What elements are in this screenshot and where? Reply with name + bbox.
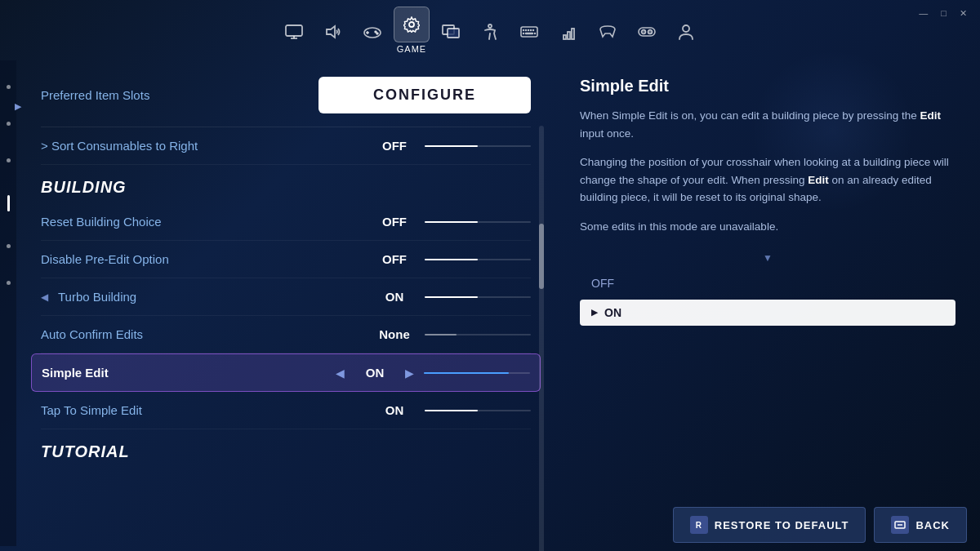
keyboard-icon[interactable] xyxy=(511,14,547,50)
svg-rect-24 xyxy=(572,29,574,39)
reset-building-slider xyxy=(425,221,531,223)
settings-panel: Preferred Item Slots CONFIGURE > Sort Co… xyxy=(16,60,555,546)
accessibility-icon[interactable] xyxy=(472,14,508,50)
bottom-bar: R RESTORE TO DEFAULT BACK xyxy=(547,499,980,551)
info-text-2: Changing the position of your crosshair … xyxy=(580,153,956,207)
info-panel: Simple Edit When Simple Edit is on, you … xyxy=(555,60,980,546)
svg-rect-25 xyxy=(560,38,562,39)
main-layout: ▶ Preferred Item Slots CONFIGURE > Sort … xyxy=(0,60,980,546)
reset-building-value: OFF xyxy=(374,215,415,229)
simple-edit-dropdown: ▼ OFF ON xyxy=(580,252,956,326)
back-icon xyxy=(891,516,909,534)
nav-item-accessibility[interactable] xyxy=(472,14,508,50)
audio-icon[interactable] xyxy=(315,14,351,50)
info-text-1: When Simple Edit is on, you can edit a b… xyxy=(580,107,956,142)
simple-edit-prev-arrow[interactable]: ◀ xyxy=(336,367,345,380)
svg-rect-13 xyxy=(521,27,537,37)
svg-rect-23 xyxy=(568,32,570,39)
nav-item-audio[interactable] xyxy=(315,14,351,50)
reset-building-value-container: OFF xyxy=(368,215,531,229)
nav-item-keyboard[interactable] xyxy=(511,14,547,50)
nav-item-account[interactable] xyxy=(668,14,704,50)
display-icon[interactable] xyxy=(433,14,469,50)
nav-item-display[interactable] xyxy=(433,14,469,50)
auto-confirm-value: None xyxy=(374,327,415,341)
scroll-thumb xyxy=(539,224,544,289)
turbo-building-label: Turbo Building xyxy=(58,290,136,304)
svg-point-7 xyxy=(375,31,376,33)
sort-consumables-value-container: OFF xyxy=(368,139,531,153)
turbo-building-slider xyxy=(425,296,531,298)
simple-edit-value-container: ◀ ON ▶ xyxy=(336,366,530,380)
back-button[interactable]: BACK xyxy=(874,507,967,543)
turbo-building-value-container: ON xyxy=(368,290,531,304)
sort-consumables-slider xyxy=(425,145,531,147)
auto-confirm-row[interactable]: Auto Confirm Edits None xyxy=(41,316,531,353)
info-title: Simple Edit xyxy=(580,77,956,96)
account-icon[interactable] xyxy=(668,14,704,50)
simple-edit-slider xyxy=(424,372,530,374)
turbo-building-row[interactable]: ◀ Turbo Building ON xyxy=(41,278,531,316)
auto-confirm-value-container: None xyxy=(368,327,531,341)
nav-item-gamepad[interactable] xyxy=(590,14,626,50)
sort-consumables-label: > Sort Consumables to Right xyxy=(41,139,198,153)
tap-to-simple-value-container: ON xyxy=(368,403,531,417)
svg-point-27 xyxy=(642,30,646,34)
svg-marker-3 xyxy=(327,26,335,38)
sidebar-dot-5 xyxy=(7,244,11,248)
nav-item-controller2[interactable] xyxy=(629,14,665,50)
svg-rect-11 xyxy=(448,29,459,38)
sort-consumables-value: OFF xyxy=(374,139,415,153)
nav-item-game[interactable]: GAME xyxy=(394,7,430,57)
scroll-track[interactable] xyxy=(539,126,544,551)
tap-to-simple-row[interactable]: Tap To Simple Edit ON xyxy=(41,392,531,429)
disable-pre-edit-label: Disable Pre-Edit Option xyxy=(41,252,169,266)
svg-point-8 xyxy=(376,33,378,34)
svg-rect-22 xyxy=(564,35,566,39)
reset-building-row[interactable]: Reset Building Choice OFF xyxy=(41,203,531,241)
sidebar-dot-3 xyxy=(7,158,11,162)
dropdown-option-on[interactable]: ON xyxy=(580,300,956,326)
network-icon[interactable] xyxy=(550,14,586,50)
gear-icon[interactable] xyxy=(394,7,430,42)
configure-button[interactable]: CONFIGURE xyxy=(318,77,531,113)
nav-item-network[interactable] xyxy=(550,14,586,50)
disable-pre-edit-value: OFF xyxy=(374,252,415,266)
simple-edit-row[interactable]: Simple Edit ◀ ON ▶ xyxy=(31,353,541,392)
nav-item-monitor[interactable] xyxy=(276,14,312,50)
simple-edit-next-arrow[interactable]: ▶ xyxy=(405,367,414,380)
sidebar-dots xyxy=(0,60,16,546)
info-text-3: Some edits in this mode are unavailable. xyxy=(580,218,956,236)
dropdown-arrow-icon: ▼ xyxy=(580,252,956,264)
controller-icon[interactable] xyxy=(354,14,390,50)
tap-to-simple-slider xyxy=(425,410,531,411)
disable-pre-edit-value-container: OFF xyxy=(368,252,531,266)
simple-edit-value: ON xyxy=(354,366,395,380)
turbo-building-value: ON xyxy=(374,290,415,304)
tap-to-simple-value: ON xyxy=(374,403,415,417)
dropdown-option-off[interactable]: OFF xyxy=(580,270,956,296)
controller2-icon[interactable] xyxy=(629,14,665,50)
gamepad-icon[interactable] xyxy=(590,14,626,50)
preferred-item-slots-label: Preferred Item Slots xyxy=(41,88,149,102)
sidebar-expand-arrow[interactable]: ▶ xyxy=(15,101,21,112)
tutorial-section-header: TUTORIAL xyxy=(41,429,531,468)
sidebar-dot-6 xyxy=(7,281,11,285)
monitor-icon[interactable] xyxy=(276,14,312,50)
disable-pre-edit-slider xyxy=(425,259,531,260)
svg-point-29 xyxy=(683,25,689,32)
auto-confirm-label: Auto Confirm Edits xyxy=(41,327,143,341)
reset-building-label: Reset Building Choice xyxy=(41,215,162,229)
nav-item-controller[interactable] xyxy=(354,14,390,50)
back-label: BACK xyxy=(915,519,950,531)
disable-pre-edit-row[interactable]: Disable Pre-Edit Option OFF xyxy=(41,241,531,278)
sort-consumables-row: > Sort Consumables to Right OFF xyxy=(41,127,531,165)
svg-point-28 xyxy=(648,30,653,34)
tap-to-simple-label: Tap To Simple Edit xyxy=(41,403,142,417)
svg-point-9 xyxy=(409,22,414,27)
building-section-header: BUILDING xyxy=(41,165,531,203)
active-tab-label: GAME xyxy=(397,44,426,57)
preferred-item-slots-row: Preferred Item Slots CONFIGURE xyxy=(41,69,531,127)
restore-default-button[interactable]: R RESTORE TO DEFAULT xyxy=(673,507,866,543)
svg-rect-0 xyxy=(286,25,302,36)
